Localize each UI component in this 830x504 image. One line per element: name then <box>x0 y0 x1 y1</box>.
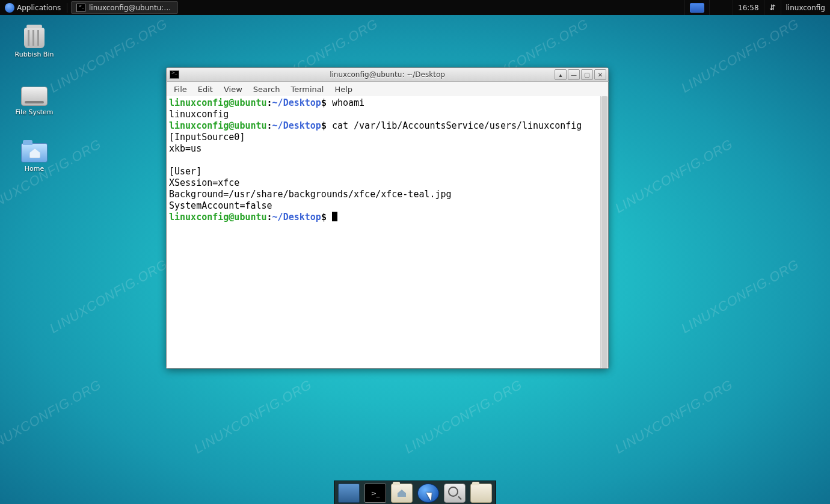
dock-show-desktop[interactable] <box>338 484 360 503</box>
panel-separator <box>67 3 67 13</box>
dock-terminal[interactable] <box>364 484 386 503</box>
taskbar-window-button[interactable]: linuxconfig@ubuntu: ~/... <box>71 1 178 14</box>
terminal-content: linuxconfig@ubuntu:~/Desktop$ whoami lin… <box>167 96 608 224</box>
menu-edit[interactable]: Edit <box>193 83 218 96</box>
desktop-icon-label: Home <box>7 165 61 173</box>
terminal-output: SystemAccount=false <box>169 200 272 211</box>
scrollbar-thumb[interactable] <box>601 96 607 368</box>
menu-help[interactable]: Help <box>330 83 357 96</box>
desktop-icon-trash[interactable]: Rubbish Bin <box>7 28 61 58</box>
menu-terminal[interactable]: Terminal <box>286 83 328 96</box>
terminal-output: Background=/usr/share/backgrounds/xfce/x… <box>169 189 452 200</box>
desktop-icon-home[interactable]: Home <box>7 143 61 173</box>
terminal-scrollbar[interactable] <box>600 96 608 368</box>
terminal-output: XSession=xfce <box>169 177 239 188</box>
terminal-output: linuxconfig <box>169 109 229 120</box>
user-menu[interactable]: linuxconfig <box>781 0 831 15</box>
menu-view[interactable]: View <box>219 83 247 96</box>
desktop-icon-label: Rubbish Bin <box>7 51 61 58</box>
window-shade-button[interactable]: ▴ <box>555 69 567 80</box>
taskbar-window-title: linuxconfig@ubuntu: ~/... <box>89 4 173 12</box>
window-title: linuxconfig@ubuntu: ~/Desktop <box>167 70 608 79</box>
terminal-cmd: whoami <box>332 97 364 108</box>
bottom-dock <box>334 481 496 504</box>
network-icon: ⇅ <box>769 3 776 12</box>
home-folder-icon <box>21 143 48 162</box>
applications-menu-button[interactable]: Applications <box>0 0 66 15</box>
workspace-icon <box>690 3 704 13</box>
terminal-output: xkb=us <box>169 143 201 154</box>
clock[interactable]: 16:58 <box>733 0 764 15</box>
system-tray: 16:58 ⇅ linuxconfig <box>684 0 830 15</box>
menu-search[interactable]: Search <box>248 83 285 96</box>
window-minimize-button[interactable]: — <box>568 69 580 80</box>
terminal-window: linuxconfig@ubuntu: ~/Desktop ▴ — ▢ ✕ Fi… <box>166 67 609 369</box>
trash-icon <box>24 28 45 48</box>
workspace-switcher[interactable] <box>684 0 709 15</box>
drive-icon <box>21 87 48 106</box>
terminal-icon <box>170 70 179 79</box>
window-titlebar[interactable]: linuxconfig@ubuntu: ~/Desktop ▴ — ▢ ✕ <box>166 67 609 82</box>
menu-file[interactable]: File <box>169 83 192 96</box>
terminal-cursor <box>332 212 337 221</box>
window-maximize-button[interactable]: ▢ <box>581 69 593 80</box>
window-close-button[interactable]: ✕ <box>594 69 606 80</box>
xfce-logo-icon <box>5 3 14 13</box>
desktop-background[interactable]: LINUXCONFIG.ORG LINUXCONFIG.ORG LINUXCON… <box>0 0 830 504</box>
network-indicator[interactable]: ⇅ <box>764 0 781 15</box>
window-menubar: File Edit View Search Terminal Help <box>166 82 609 96</box>
terminal-cmd: cat /var/lib/AccountsService/users/linux… <box>332 120 582 131</box>
desktop-icon-label: File System <box>7 108 61 116</box>
terminal-output: [User] <box>169 166 201 177</box>
terminal-icon <box>76 4 85 12</box>
dock-file-manager[interactable] <box>391 484 413 503</box>
top-panel: Applications linuxconfig@ubuntu: ~/... 1… <box>0 0 830 15</box>
applications-label: Applications <box>17 4 61 12</box>
dock-directory[interactable] <box>470 484 492 503</box>
terminal-body[interactable]: linuxconfig@ubuntu:~/Desktop$ whoami lin… <box>166 96 609 369</box>
tray-spacer <box>709 0 733 15</box>
dock-app-finder[interactable] <box>444 484 466 503</box>
terminal-output: [InputSource0] <box>169 132 245 143</box>
desktop-icon-filesystem[interactable]: File System <box>7 87 61 116</box>
dock-web-browser[interactable] <box>417 484 439 503</box>
